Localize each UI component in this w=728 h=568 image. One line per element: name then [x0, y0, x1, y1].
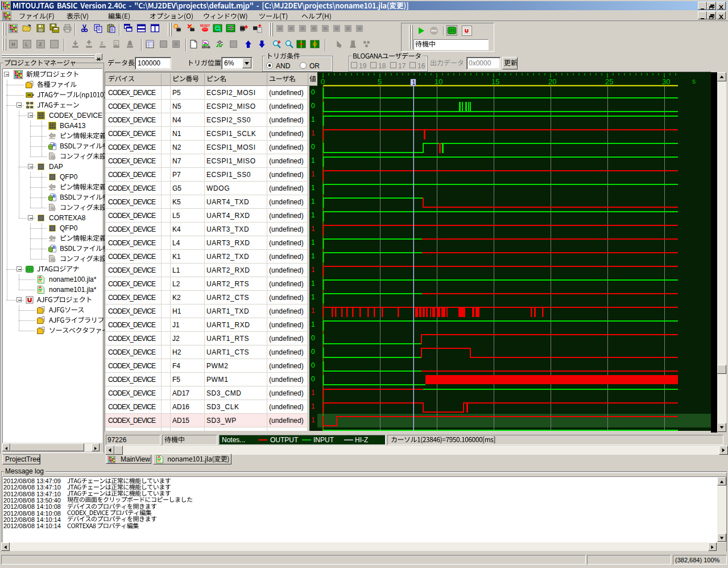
- svg-text:0: 0: [321, 77, 325, 86]
- svg-text:15: 15: [491, 77, 499, 86]
- svg-text:30: 30: [662, 77, 670, 86]
- svg-text:1: 1: [412, 80, 416, 86]
- svg-text:Z: Z: [39, 42, 42, 47]
- svg-text:s: s: [692, 77, 696, 85]
- svg-text:B: B: [53, 143, 56, 147]
- svg-text:H: H: [11, 42, 15, 47]
- svg-text:B: B: [53, 194, 56, 198]
- svg-text:?: ?: [229, 25, 232, 32]
- svg-text:25: 25: [605, 77, 613, 86]
- svg-text:RESET: RESET: [200, 24, 210, 27]
- svg-text:10: 10: [435, 77, 442, 86]
- svg-text:2: 2: [100, 40, 103, 46]
- svg-text:L: L: [25, 42, 28, 47]
- svg-text:B: B: [53, 245, 56, 249]
- svg-text:5: 5: [378, 77, 382, 86]
- svg-text:BRAM: BRAM: [202, 46, 210, 49]
- svg-text:20: 20: [548, 77, 556, 86]
- svg-text:2: 2: [115, 41, 117, 46]
